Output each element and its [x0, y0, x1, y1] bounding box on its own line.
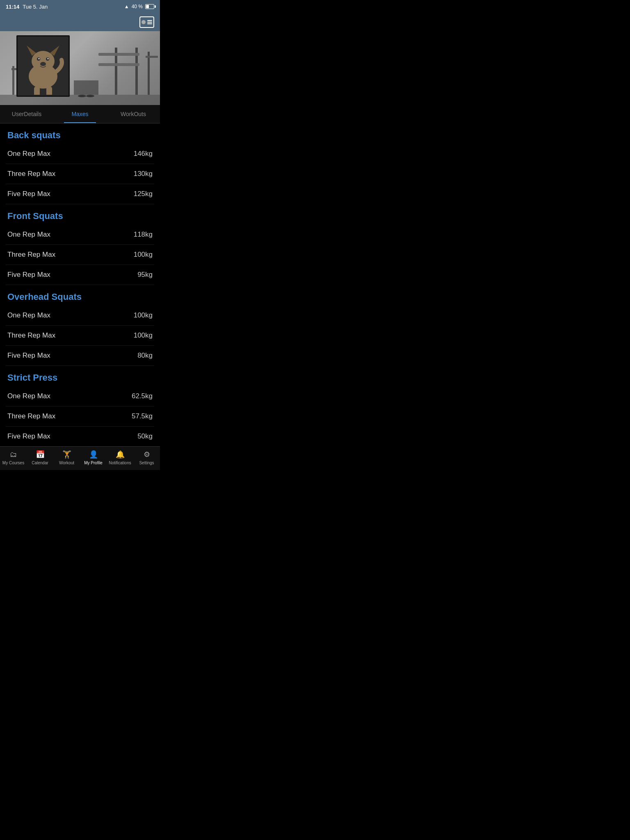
- exercise-row-1-2: Five Rep Max95kg: [6, 265, 154, 285]
- nav-icon-workout: 🏋: [62, 450, 71, 459]
- tab-workouts[interactable]: WorkOuts: [107, 105, 160, 123]
- exercise-value-3-2: 50kg: [137, 432, 153, 441]
- exercise-row-1-0: One Rep Max118kg: [6, 225, 154, 245]
- battery-fill: [146, 5, 149, 8]
- exercise-value-3-0: 62.5kg: [132, 392, 153, 400]
- exercise-label-3-2: Five Rep Max: [7, 432, 50, 441]
- svg-rect-7: [148, 52, 150, 95]
- section-title-3: Strict Press: [6, 366, 154, 386]
- section-title-1: Front Squats: [6, 204, 154, 225]
- avatar-mini: [142, 20, 146, 24]
- svg-rect-5: [98, 53, 139, 56]
- exercise-value-3-1: 57.5kg: [132, 412, 153, 420]
- exercise-value-0-1: 130kg: [134, 170, 153, 178]
- exercise-row-3-2: Five Rep Max50kg: [6, 427, 154, 446]
- wifi-icon: ▲: [124, 4, 129, 9]
- section-title-0: Back squats: [6, 123, 154, 144]
- section-title-2: Overhead Squats: [6, 285, 154, 306]
- nav-icon-settings: ⚙: [144, 450, 150, 459]
- exercise-value-2-1: 100kg: [134, 331, 153, 340]
- tab-maxes[interactable]: Maxes: [53, 105, 107, 123]
- svg-rect-22: [34, 87, 40, 95]
- svg-rect-8: [146, 56, 158, 58]
- nav-item-calendar[interactable]: 📅Calendar: [27, 450, 53, 465]
- svg-point-20: [48, 58, 49, 59]
- exercise-label-0-0: One Rep Max: [7, 150, 50, 158]
- exercise-label-1-0: One Rep Max: [7, 231, 50, 239]
- exercise-row-2-0: One Rep Max100kg: [6, 306, 154, 326]
- exercise-row-2-1: Three Rep Max100kg: [6, 326, 154, 346]
- card-line-1: [147, 20, 152, 21]
- hero-image: [0, 31, 160, 105]
- svg-point-13: [78, 95, 86, 97]
- nav-icon-notifications: 🔔: [116, 450, 125, 459]
- card-lines: [147, 20, 152, 24]
- exercise-label-0-2: Five Rep Max: [7, 190, 50, 198]
- exercise-row-0-0: One Rep Max146kg: [6, 144, 154, 164]
- status-date: Tue 5. Jan: [23, 4, 48, 10]
- exercise-label-0-1: Three Rep Max: [7, 170, 55, 178]
- svg-rect-23: [46, 87, 52, 95]
- exercise-label-2-0: One Rep Max: [7, 311, 50, 320]
- exercise-row-0-1: Three Rep Max130kg: [6, 164, 154, 184]
- main-content: Back squatsOne Rep Max146kgThree Rep Max…: [0, 123, 160, 446]
- svg-point-19: [39, 58, 40, 59]
- exercise-value-0-2: 125kg: [134, 190, 153, 198]
- exercise-value-1-0: 118kg: [134, 231, 153, 239]
- bottom-nav: 🗂My Courses📅Calendar🏋Workout👤My Profile🔔…: [0, 446, 160, 470]
- status-bar: 11:14 Tue 5. Jan ▲ 40 %: [0, 0, 160, 13]
- tab-userdetails[interactable]: UserDetails: [0, 105, 53, 123]
- nav-icon-calendar: 📅: [36, 450, 45, 459]
- exercise-value-0-0: 146kg: [134, 150, 153, 158]
- exercise-row-2-2: Five Rep Max80kg: [6, 346, 154, 366]
- top-bar: [0, 13, 160, 31]
- nav-icon-my-profile: 👤: [89, 450, 98, 459]
- nav-item-settings[interactable]: ⚙Settings: [133, 450, 160, 465]
- dog-photo: [16, 35, 70, 97]
- exercise-value-2-2: 80kg: [137, 352, 153, 360]
- exercise-label-3-1: Three Rep Max: [7, 412, 55, 420]
- exercise-row-1-1: Three Rep Max100kg: [6, 245, 154, 265]
- svg-point-21: [40, 62, 46, 66]
- nav-item-my-profile[interactable]: 👤My Profile: [80, 450, 107, 465]
- nav-label-calendar: Calendar: [32, 461, 48, 465]
- status-time: 11:14: [6, 4, 19, 10]
- exercise-label-1-1: Three Rep Max: [7, 251, 55, 259]
- nav-item-my-courses[interactable]: 🗂My Courses: [0, 450, 27, 465]
- nav-label-my-courses: My Courses: [2, 461, 24, 465]
- exercise-label-2-1: Three Rep Max: [7, 331, 55, 340]
- svg-point-16: [32, 51, 55, 71]
- svg-rect-10: [12, 66, 14, 95]
- nav-label-notifications: Notifications: [109, 461, 131, 465]
- svg-rect-9: [74, 80, 98, 95]
- exercise-label-3-0: One Rep Max: [7, 392, 50, 400]
- dog-silhouette: [21, 37, 66, 95]
- tabs-bar: UserDetails Maxes WorkOuts: [0, 105, 160, 123]
- nav-item-notifications[interactable]: 🔔Notifications: [107, 450, 133, 465]
- exercise-value-2-0: 100kg: [134, 311, 153, 320]
- nav-label-workout: Workout: [59, 461, 74, 465]
- exercise-row-0-2: Five Rep Max125kg: [6, 184, 154, 204]
- battery-percent: 40 %: [132, 4, 143, 9]
- profile-card-icon[interactable]: [139, 16, 154, 28]
- exercise-row-3-0: One Rep Max62.5kg: [6, 386, 154, 406]
- exercise-label-1-2: Five Rep Max: [7, 271, 50, 279]
- exercise-value-1-2: 95kg: [137, 271, 153, 279]
- nav-icon-my-courses: 🗂: [10, 450, 17, 459]
- exercise-value-1-1: 100kg: [134, 251, 153, 259]
- card-line-3: [147, 23, 152, 24]
- nav-item-workout[interactable]: 🏋Workout: [53, 450, 80, 465]
- nav-label-my-profile: My Profile: [84, 461, 102, 465]
- exercise-label-2-2: Five Rep Max: [7, 352, 50, 360]
- card-line-2: [147, 22, 152, 23]
- svg-rect-6: [98, 63, 139, 66]
- status-right: ▲ 40 %: [124, 4, 154, 9]
- exercise-row-3-1: Three Rep Max57.5kg: [6, 406, 154, 427]
- svg-point-14: [86, 95, 94, 97]
- nav-label-settings: Settings: [139, 461, 154, 465]
- battery-icon: [145, 4, 154, 9]
